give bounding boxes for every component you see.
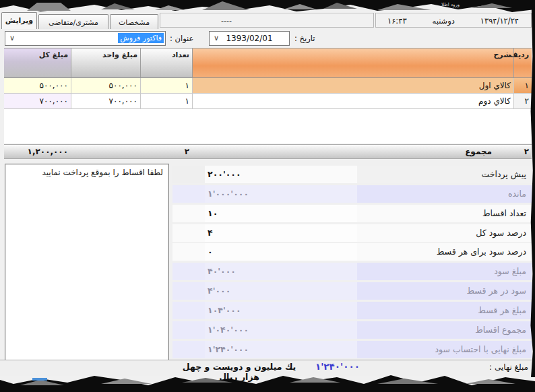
downpayment-label: پیش پرداخت [357, 166, 532, 183]
torn-edge-top: ورود اطلا [0, 0, 535, 13]
header-total-price[interactable]: مبلغ کل [4, 48, 71, 78]
interest-per-installment-field: ۴'۰۰۰ [205, 282, 357, 300]
items-table-header: مبلغ کل مبلغ واحد تعداد شرح ردیف [4, 48, 532, 78]
invoice-window: ورود اطلا ویرایش مشتری/متقاضی مشخصات ---… [0, 0, 535, 392]
row-strip [172, 282, 205, 300]
cell-desc[interactable]: کالاي دوم [192, 94, 513, 109]
installments-total-field: ۱'۰۴۰'۰۰۰ [205, 321, 357, 339]
summary-row-interest-amount: ۴۰'۰۰۰ مبلغ سود [172, 263, 532, 280]
row-strip [172, 321, 205, 339]
total-unit-price [71, 145, 140, 158]
summary-row-final-with-interest: ۱'۲۴۰'۰۰۰ مبلغ نهایی با احتساب سود [172, 341, 532, 358]
final-amount-value: ۱'۲۴۰'۰۰۰ [315, 361, 360, 372]
row-strip [172, 166, 205, 183]
row-strip [172, 302, 205, 319]
cell-row-number[interactable]: ۲ [513, 94, 532, 109]
status-time: ۱۶:۴۳ [387, 16, 407, 27]
summary-row-interest-per-installment: ۴'۰۰۰ سود در هر قسط [172, 282, 532, 300]
interest-pct-per-installment-field[interactable]: ۰ [205, 243, 357, 261]
title-combobox-value[interactable]: فاکتور فروش [118, 33, 164, 43]
header-qty[interactable]: تعداد [140, 48, 192, 78]
table-row[interactable]: ۵۰۰,۰۰۰ ۵۰۰,۰۰۰ ۱ کالاي اول ۱ [4, 78, 532, 94]
summary-row-installments-total: ۱'۰۴۰'۰۰۰ مجموع اقساط [172, 321, 532, 339]
date-label: تاریخ : [294, 34, 315, 43]
row-strip [172, 243, 205, 261]
date-combobox-value: 1393/02/01 [226, 34, 272, 43]
summary-row-total-interest-pct: ۴ درصد سود کل [172, 224, 532, 242]
torn-blue-mark [32, 378, 47, 381]
title-label: عنوان : [170, 34, 193, 43]
summary-row-installment-count: ۱۰ تعداد اقساط [172, 205, 532, 222]
header-row[interactable]: ردیف [513, 48, 532, 78]
table-total-row: ۱,۲۰۰,۰۰۰ ۲ مجموع ۲ [4, 144, 532, 159]
row-strip [172, 185, 205, 203]
total-price-sum: ۱,۲۰۰,۰۰۰ [4, 145, 71, 158]
cell-desc[interactable]: کالاي اول [192, 78, 513, 94]
installments-total-label: مجموع اقساط [357, 321, 532, 339]
total-label: مجموع [192, 145, 513, 158]
row-strip [172, 263, 205, 280]
header-unit-price[interactable]: مبلغ واحد [71, 48, 140, 78]
chevron-down-icon[interactable]: ∨ [214, 33, 219, 44]
row-strip [172, 341, 205, 358]
table-row[interactable]: ۷۰۰,۰۰۰ ۷۰۰,۰۰۰ ۱ کالاي دوم ۲ [4, 94, 532, 109]
total-interest-pct-field[interactable]: ۴ [205, 224, 357, 242]
interest-per-installment-label: سود در هر قسط [357, 282, 532, 300]
row-strip [172, 224, 205, 242]
tab-specs[interactable]: مشخصات [110, 14, 158, 29]
installment-count-label: تعداد اقساط [357, 205, 532, 222]
title-combobox[interactable]: ∨ فاکتور فروش [5, 31, 166, 46]
torn-edge-bottom [0, 374, 535, 392]
cell-row-number[interactable]: ۱ [513, 78, 532, 94]
interest-amount-label: مبلغ سود [357, 263, 532, 280]
total-row-count: ۲ [513, 145, 532, 158]
final-with-interest-field: ۱'۲۴۰'۰۰۰ [205, 341, 357, 358]
chevron-down-icon[interactable]: ∨ [9, 33, 15, 44]
torn-top-text: ورود اطلا [441, 2, 460, 7]
status-panel-datetime: ۱۶:۴۳ دوشنبه ۱۳۹۴/۱۲/۲۴ [375, 13, 532, 28]
installment-amount-label: مبلغ هر قسط [357, 302, 532, 319]
cell-qty[interactable]: ۱ [140, 94, 192, 109]
tab-edit[interactable]: ویرایش [1, 12, 37, 29]
row-strip [172, 205, 205, 222]
cell-unit-price[interactable]: ۷۰۰,۰۰۰ [71, 94, 140, 109]
status-date: ۱۳۹۴/۱۲/۲۴ [480, 16, 519, 27]
balance-label: مانده [357, 185, 532, 203]
summary-row-downpayment: ۲۰۰'۰۰۰ پیش پرداخت [172, 166, 532, 183]
total-qty: ۲ [140, 145, 192, 158]
cell-unit-price[interactable]: ۵۰۰,۰۰۰ [71, 78, 140, 94]
notes-text: لطفا اقساط را بموقع پرداخت نمایید [42, 168, 163, 177]
cell-total-price[interactable]: ۷۰۰,۰۰۰ [4, 94, 71, 109]
table-empty-area[interactable] [4, 109, 532, 143]
downpayment-field[interactable]: ۲۰۰'۰۰۰ [205, 166, 357, 183]
status-panel-center: ---- [160, 13, 374, 28]
final-amount-label: مبلغ نهایی : [489, 362, 528, 372]
installment-amount-field: ۱۰۴'۰۰۰ [205, 302, 357, 319]
total-interest-pct-label: درصد سود کل [357, 224, 532, 242]
cell-total-price[interactable]: ۵۰۰,۰۰۰ [4, 78, 71, 94]
summary-row-installment-amount: ۱۰۴'۰۰۰ مبلغ هر قسط [172, 302, 532, 319]
interest-amount-field: ۴۰'۰۰۰ [205, 263, 357, 280]
cell-qty[interactable]: ۱ [140, 78, 192, 94]
summary-row-interest-pct-per-installment: ۰ درصد سود برای هر قسط [172, 243, 532, 261]
status-day: دوشنبه [433, 16, 455, 27]
balance-field: ۱'۰۰۰'۰۰۰ [205, 185, 357, 203]
date-combobox[interactable]: ∨ 1393/02/01 [209, 31, 290, 46]
tab-customer[interactable]: مشتری/متقاضی [38, 14, 108, 29]
summary-row-balance: ۱'۰۰۰'۰۰۰ مانده [172, 185, 532, 203]
interest-pct-per-installment-label: درصد سود برای هر قسط [357, 243, 532, 261]
installment-count-field[interactable]: ۱۰ [205, 205, 357, 222]
final-with-interest-label: مبلغ نهایی با احتساب سود [357, 341, 532, 358]
notes-textbox[interactable]: لطفا اقساط را بموقع پرداخت نمایید [5, 164, 169, 362]
header-desc[interactable]: شرح [192, 48, 513, 78]
